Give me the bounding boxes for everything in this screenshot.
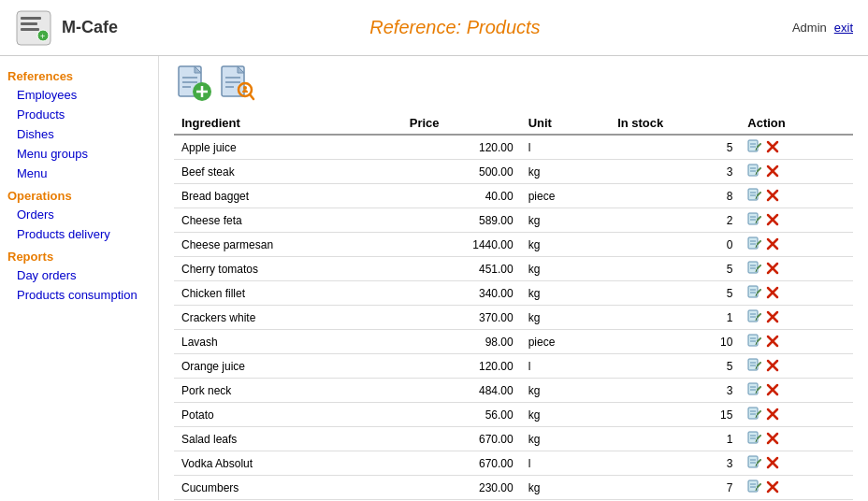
- cell-unit: kg: [521, 281, 610, 306]
- cell-action: [740, 451, 853, 476]
- cell-instock: 10: [610, 330, 740, 354]
- cell-price: 120.00: [402, 135, 521, 160]
- delete-button[interactable]: [766, 362, 779, 375]
- edit-button[interactable]: [747, 410, 762, 423]
- cell-unit: kg: [521, 208, 610, 233]
- sidebar-item-employees[interactable]: Employees: [0, 85, 158, 105]
- edit-button[interactable]: [747, 337, 762, 351]
- cell-ingredient: Chicken fillet: [174, 281, 402, 306]
- cell-instock: 1: [610, 306, 740, 330]
- cell-ingredient: Beef steak: [174, 160, 402, 184]
- cell-ingredient: Cheese feta: [174, 208, 402, 233]
- cell-instock: 15: [610, 403, 740, 427]
- sidebar-item-products[interactable]: Products: [0, 105, 158, 124]
- add-icon: [174, 64, 213, 103]
- delete-button[interactable]: [766, 386, 779, 399]
- cell-ingredient: Lavash: [174, 330, 402, 354]
- table-row: Cucumbers230.00kg7: [174, 476, 853, 500]
- edit-button[interactable]: [747, 265, 762, 278]
- cell-price: 56.00: [402, 403, 521, 427]
- delete-button[interactable]: [766, 410, 779, 423]
- sidebar: ReferencesEmployeesProductsDishesMenu gr…: [0, 56, 159, 500]
- delete-icon: [766, 262, 779, 275]
- cell-instock: 5: [610, 257, 740, 281]
- cell-price: 589.00: [402, 208, 521, 233]
- sidebar-section-reports: Reports: [0, 244, 158, 265]
- edit-button[interactable]: [747, 362, 762, 375]
- edit-button[interactable]: [747, 483, 762, 496]
- table-row: Beef steak500.00kg3: [174, 160, 853, 184]
- edit-icon: [747, 284, 762, 299]
- cell-price: 1440.00: [402, 233, 521, 257]
- sidebar-item-day-orders[interactable]: Day orders: [0, 265, 158, 285]
- delete-button[interactable]: [766, 192, 779, 205]
- svg-line-20: [250, 94, 253, 99]
- cell-unit: kg: [521, 403, 610, 427]
- cell-ingredient: Apple juice: [174, 135, 402, 160]
- edit-icon: [747, 357, 762, 372]
- cell-ingredient: Bread bagget: [174, 184, 402, 208]
- edit-icon: [747, 454, 762, 469]
- cell-instock: 5: [610, 281, 740, 306]
- edit-button[interactable]: [747, 289, 762, 302]
- edit-icon: [747, 308, 762, 323]
- sidebar-section-references: References: [0, 64, 158, 85]
- edit-button[interactable]: [747, 240, 762, 253]
- delete-button[interactable]: [766, 289, 779, 302]
- cell-price: 670.00: [402, 427, 521, 451]
- sidebar-item-products-delivery[interactable]: Products delivery: [0, 224, 158, 244]
- cell-action: [740, 233, 853, 257]
- edit-button[interactable]: [747, 167, 762, 180]
- sidebar-item-products-consumption[interactable]: Products consumption: [0, 285, 158, 305]
- cell-action: [740, 135, 853, 160]
- delete-button[interactable]: [766, 265, 779, 278]
- cell-action: [740, 379, 853, 403]
- cell-action: [740, 184, 853, 208]
- delete-button[interactable]: [766, 240, 779, 253]
- cell-unit: kg: [521, 160, 610, 184]
- cell-action: [740, 281, 853, 306]
- delete-button[interactable]: [766, 459, 779, 472]
- table-row: Apple juice120.00l5: [174, 135, 853, 160]
- svg-rect-3: [21, 28, 39, 31]
- edit-button[interactable]: [747, 143, 762, 156]
- edit-button[interactable]: [747, 386, 762, 399]
- delete-button[interactable]: [766, 435, 779, 448]
- cell-ingredient: Orange juice: [174, 354, 402, 379]
- edit-button[interactable]: [747, 459, 762, 472]
- delete-icon: [766, 432, 779, 445]
- cell-instock: 3: [610, 160, 740, 184]
- svg-rect-1: [21, 17, 41, 20]
- delete-icon: [766, 310, 779, 323]
- delete-button[interactable]: [766, 167, 779, 180]
- delete-button[interactable]: [766, 313, 779, 326]
- cell-price: 500.00: [402, 160, 521, 184]
- delete-icon: [766, 286, 779, 299]
- delete-button[interactable]: [766, 483, 779, 496]
- cell-unit: kg: [521, 257, 610, 281]
- sidebar-item-dishes[interactable]: Dishes: [0, 124, 158, 144]
- exit-link[interactable]: exit: [834, 21, 853, 35]
- delete-button[interactable]: [766, 216, 779, 229]
- sidebar-item-menu-groups[interactable]: Menu groups: [0, 144, 158, 164]
- main-content: Ingredient Price Unit In stock Action Ap…: [159, 56, 868, 500]
- edit-icon: [747, 479, 762, 494]
- edit-icon: [747, 236, 762, 250]
- edit-button[interactable]: [747, 192, 762, 205]
- add-button[interactable]: [174, 64, 213, 103]
- sidebar-item-orders[interactable]: Orders: [0, 205, 158, 224]
- sidebar-item-menu[interactable]: Menu: [0, 164, 158, 183]
- delete-button[interactable]: [766, 143, 779, 156]
- delete-button[interactable]: [766, 337, 779, 351]
- table-row: Cherry tomatos451.00kg5: [174, 257, 853, 281]
- edit-icon: [747, 163, 762, 178]
- search-button[interactable]: [217, 64, 256, 103]
- edit-button[interactable]: [747, 313, 762, 326]
- cell-price: 40.00: [402, 184, 521, 208]
- cell-unit: kg: [521, 233, 610, 257]
- delete-icon: [766, 237, 779, 250]
- cell-unit: piece: [521, 184, 610, 208]
- edit-button[interactable]: [747, 216, 762, 229]
- cell-instock: 3: [610, 451, 740, 476]
- edit-button[interactable]: [747, 435, 762, 448]
